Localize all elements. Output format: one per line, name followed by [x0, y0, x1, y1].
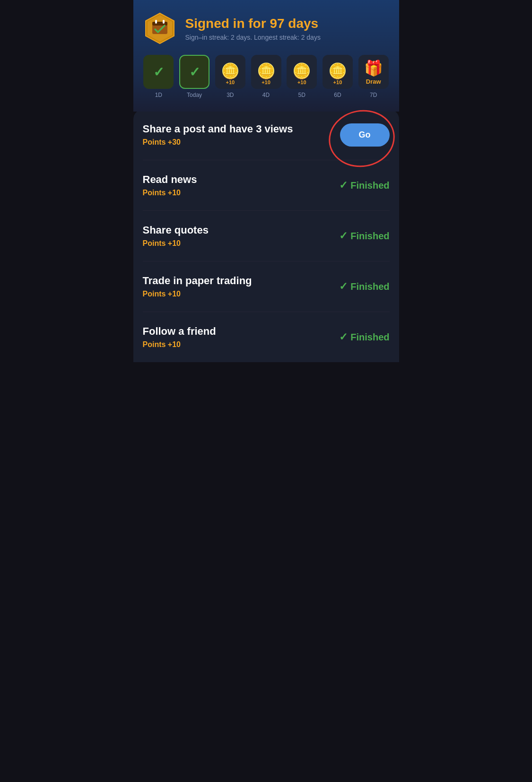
day-item-1d: ✓ 1D — [143, 55, 175, 98]
task-share-post-title: Share a post and have 3 views — [143, 123, 340, 135]
task-paper-trading-points: Points +10 — [143, 290, 340, 298]
finished-label-share-quotes: Finished — [350, 231, 389, 242]
day-item-4d: 🪙 +10 4D — [250, 55, 282, 98]
task-read-news-right: ✓ Finished — [339, 179, 389, 191]
task-paper-trading: Trade in paper trading Points +10 ✓ Fini… — [143, 261, 390, 312]
task-share-quotes-left: Share quotes Points +10 — [143, 224, 340, 248]
checkmark-today: ✓ — [189, 64, 200, 80]
task-read-news-title: Read news — [143, 174, 340, 186]
draw-label-7d: Draw — [366, 78, 381, 85]
finished-check-icon-4: ✓ — [339, 331, 348, 343]
finished-badge-share-quotes: ✓ Finished — [339, 230, 389, 242]
day-box-1d: ✓ — [143, 55, 174, 89]
day-item-today: ✓ Today — [178, 55, 210, 98]
day-box-today: ✓ — [179, 55, 209, 89]
day-label-4d: 4D — [262, 92, 270, 98]
svg-rect-4 — [155, 20, 157, 24]
checkmark-1d: ✓ — [153, 64, 164, 80]
task-read-news-left: Read news Points +10 — [143, 174, 340, 197]
finished-badge-read-news: ✓ Finished — [339, 179, 389, 191]
task-read-news: Read news Points +10 ✓ Finished — [143, 160, 390, 211]
points-5d: +10 — [297, 79, 306, 85]
day-label-3d: 3D — [227, 92, 234, 98]
points-3d: +10 — [226, 79, 235, 85]
day-item-5d: 🪙 +10 5D — [286, 55, 318, 98]
finished-badge-follow-friend: ✓ Finished — [339, 331, 389, 343]
coin-5d: 🪙 — [292, 62, 311, 80]
streak-badge-icon — [143, 11, 177, 45]
task-share-quotes-title: Share quotes — [143, 224, 340, 236]
svg-rect-5 — [163, 20, 165, 24]
day-label-today: Today — [187, 92, 202, 98]
streak-days-row: ✓ 1D ✓ Today 🪙 +10 3D 🪙 +10 4D — [143, 55, 390, 98]
day-label-5d: 5D — [298, 92, 305, 98]
task-follow-friend: Follow a friend Points +10 ✓ Finished — [143, 312, 390, 362]
header-top: Signed in for 97 days Sign–in streak: 2 … — [143, 11, 390, 45]
day-box-4d: 🪙 +10 — [251, 55, 281, 89]
finished-label-follow-friend: Finished — [350, 332, 389, 343]
task-paper-trading-title: Trade in paper trading — [143, 275, 340, 287]
points-6d: +10 — [333, 79, 342, 85]
gift-7d: 🎁 — [364, 59, 383, 77]
day-label-7d: 7D — [370, 92, 377, 98]
task-share-quotes-points: Points +10 — [143, 239, 340, 248]
finished-check-icon-2: ✓ — [339, 230, 348, 242]
task-share-post-left: Share a post and have 3 views Points +30 — [143, 123, 340, 147]
day-box-6d: 🪙 +10 — [323, 55, 353, 89]
task-follow-friend-title: Follow a friend — [143, 325, 340, 338]
task-share-quotes-right: ✓ Finished — [339, 230, 389, 242]
coin-6d: 🪙 — [328, 62, 347, 80]
finished-label-paper-trading: Finished — [350, 281, 389, 292]
task-read-news-points: Points +10 — [143, 189, 340, 197]
main-content: Share a post and have 3 views Points +30… — [133, 110, 399, 362]
day-item-3d: 🪙 +10 3D — [214, 55, 246, 98]
header-section: Signed in for 97 days Sign–in streak: 2 … — [133, 0, 399, 112]
header-text: Signed in for 97 days Sign–in streak: 2 … — [185, 16, 321, 41]
task-share-quotes: Share quotes Points +10 ✓ Finished — [143, 211, 390, 261]
task-follow-friend-left: Follow a friend Points +10 — [143, 325, 340, 349]
finished-check-icon: ✓ — [339, 179, 348, 191]
coin-3d: 🪙 — [221, 62, 240, 80]
finished-label-read-news: Finished — [350, 180, 389, 191]
day-box-7d: 🎁 Draw — [358, 55, 389, 89]
task-share-post-right: Go — [340, 123, 390, 147]
finished-check-icon-3: ✓ — [339, 280, 348, 293]
task-follow-friend-right: ✓ Finished — [339, 331, 389, 343]
finished-badge-paper-trading: ✓ Finished — [339, 280, 389, 293]
day-label-6d: 6D — [334, 92, 341, 98]
task-paper-trading-right: ✓ Finished — [339, 280, 389, 293]
day-item-7d: 🎁 Draw 7D — [358, 55, 390, 98]
day-item-6d: 🪙 +10 6D — [322, 55, 354, 98]
task-paper-trading-left: Trade in paper trading Points +10 — [143, 275, 340, 298]
day-box-3d: 🪙 +10 — [215, 55, 245, 89]
go-button[interactable]: Go — [340, 123, 390, 147]
day-label-1d: 1D — [155, 92, 162, 98]
day-box-5d: 🪙 +10 — [287, 55, 317, 89]
coin-4d: 🪙 — [257, 62, 276, 80]
signed-in-title: Signed in for 97 days — [185, 16, 321, 32]
task-follow-friend-points: Points +10 — [143, 340, 340, 349]
task-share-post-points: Points +30 — [143, 138, 340, 147]
points-4d: +10 — [262, 79, 270, 85]
streak-subtitle: Sign–in streak: 2 days. Longest streak: … — [185, 34, 321, 41]
task-share-post: Share a post and have 3 views Points +30… — [143, 110, 390, 160]
